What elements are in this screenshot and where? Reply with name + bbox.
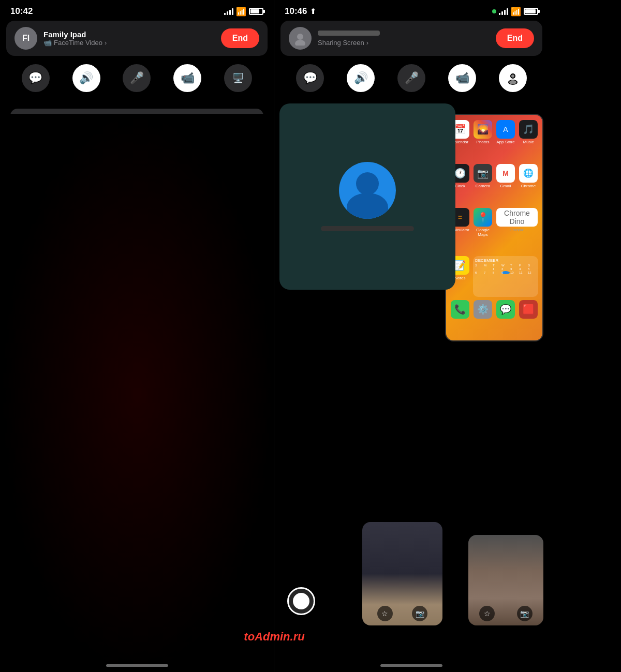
svg-point-1 — [295, 40, 305, 46]
iphone-home-screen: 📅 Calendar 🌄 Photos A App Store 🎵 Music — [446, 115, 542, 340]
right-chat-button[interactable]: 💬 — [296, 64, 324, 92]
right-end-button[interactable]: End — [496, 28, 534, 48]
left-camera-button[interactable]: 📹 — [173, 64, 201, 92]
right-controls-row: 💬 🔊 🎤 📹 — [274, 56, 549, 100]
left-chat-button[interactable]: 💬 — [22, 64, 50, 92]
left-speaker-button[interactable]: 🔊 — [72, 64, 100, 92]
left-caller-name: Family Ipad — [43, 30, 215, 39]
left-screenshare-icon: 🖥️ — [232, 72, 244, 84]
thumb-star-icon-1[interactable]: ☆ — [377, 606, 393, 621]
thumb-star-icon-2[interactable]: ☆ — [479, 606, 495, 621]
thumb-camera-flip-icon-1[interactable]: 📷 — [412, 606, 427, 621]
left-home-indicator — [106, 664, 168, 667]
left-battery-icon — [249, 8, 263, 15]
main-caller-avatar — [339, 162, 396, 219]
right-time: 10:46 — [285, 6, 307, 17]
thumbnail-video-1: ☆ 📷 — [362, 522, 442, 625]
left-time: 10:42 — [10, 6, 33, 17]
right-battery-icon — [524, 8, 538, 15]
left-end-button[interactable]: End — [221, 28, 259, 48]
app-gmail: M Gmail — [496, 164, 515, 205]
thumb-icons-1: ☆ 📷 — [362, 606, 442, 621]
calendar-widget: DECEMBER SMTWTFS 12345 6789101112 — [473, 256, 538, 297]
right-camera-button[interactable]: 📹 — [448, 64, 476, 92]
app-appstore: A App Store — [496, 120, 515, 161]
left-status-bar: 10:42 📶 — [0, 0, 274, 21]
left-camera-icon: 📹 — [181, 71, 195, 85]
left-call-type: 📹 FaceTime Video › — [43, 39, 215, 47]
right-caller-info: Sharing Screen › — [318, 31, 490, 47]
right-screenshare-active-button[interactable] — [499, 64, 527, 92]
screen-share-preview: 📅 Calendar 🌄 Photos A App Store 🎵 Music — [445, 114, 543, 341]
app-chrome: 🌐 Chrome — [519, 164, 538, 205]
app-music: 🎵 Music — [519, 120, 538, 161]
left-caller-avatar: FI — [14, 27, 37, 50]
left-caller-info: Family Ipad 📹 FaceTime Video › — [43, 30, 215, 47]
left-wifi-icon: 📶 — [236, 7, 246, 17]
left-controls-row: 💬 🔊 🎤 📹 🖥️ — [0, 56, 274, 100]
svg-point-4 — [511, 74, 514, 78]
left-call-header: FI Family Ipad 📹 FaceTime Video › End — [6, 21, 268, 56]
right-status-icons: 📶 — [492, 7, 538, 17]
avatar-head — [356, 172, 379, 195]
app-maps: 📍 Google Maps — [473, 208, 493, 253]
left-speaker-icon: 🔊 — [79, 71, 93, 85]
right-wifi-icon: 📶 — [511, 7, 521, 17]
left-mute-icon: 🎤 — [130, 71, 144, 85]
thumb-camera-flip-icon-2[interactable]: 📷 — [517, 606, 533, 621]
app-dino: Chrome Dino Chrome — [496, 208, 538, 253]
right-phone: 10:46 ⬆ 📶 — [274, 0, 549, 672]
record-button[interactable] — [287, 587, 315, 615]
left-signal-icon — [224, 8, 233, 15]
left-mute-button[interactable]: 🎤 — [123, 64, 151, 92]
right-speaker-button[interactable]: 🔊 — [347, 64, 375, 92]
right-call-status: Sharing Screen › — [318, 39, 490, 47]
left-video-background — [0, 114, 274, 672]
main-caller-name-bar — [321, 226, 414, 231]
right-caller-name-bar — [318, 31, 380, 36]
right-home-indicator — [380, 664, 442, 667]
thumb-icons-2: ☆ 📷 — [468, 606, 543, 621]
right-avatar-person-icon — [293, 31, 307, 46]
left-screenshare-button[interactable]: 🖥️ — [224, 64, 252, 92]
thumbnail-video-2: ☆ 📷 — [468, 535, 543, 625]
svg-point-0 — [297, 34, 303, 40]
right-call-header: Sharing Screen › End — [280, 21, 542, 56]
right-screenshare-active-icon — [506, 71, 520, 85]
right-location-icon: ⬆ — [310, 7, 316, 16]
right-mute-button[interactable]: 🎤 — [397, 64, 425, 92]
dock-multi: 🟥 — [519, 300, 538, 335]
svg-point-5 — [509, 80, 516, 84]
right-chat-icon: 💬 — [303, 71, 317, 85]
right-caller-avatar — [289, 27, 312, 50]
right-active-indicator — [492, 9, 496, 13]
left-phone: 10:42 📶 FI Family Ipad — [0, 0, 274, 672]
dock-messages: 💬 — [496, 300, 515, 335]
dock-settings: ⚙️ — [473, 300, 493, 335]
right-speaker-icon: 🔊 — [354, 71, 368, 85]
app-camera: 📷 Camera — [473, 164, 493, 205]
right-mute-icon: 🎤 — [405, 71, 419, 85]
main-caller-video — [279, 103, 455, 290]
right-camera-icon: 📹 — [455, 71, 469, 85]
left-status-icons: 📶 — [224, 7, 263, 17]
avatar-body — [347, 193, 388, 219]
left-chat-icon: 💬 — [28, 71, 42, 85]
record-inner — [293, 593, 309, 609]
right-status-bar: 10:46 ⬆ 📶 — [274, 0, 549, 21]
right-signal-icon — [499, 8, 508, 15]
dock-phone: 📞 — [450, 300, 470, 335]
app-photos: 🌄 Photos — [473, 120, 493, 161]
